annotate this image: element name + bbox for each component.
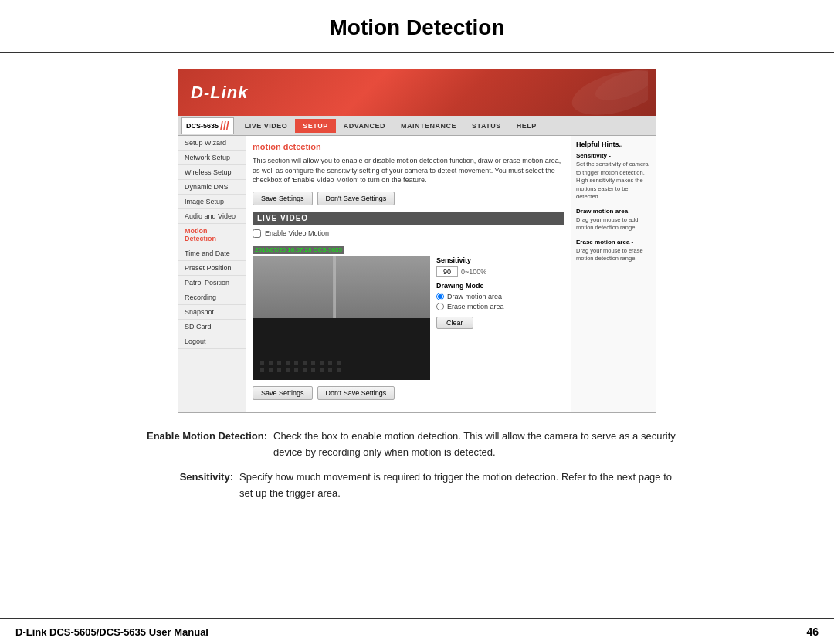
live-video-header: LIVE VIDEO xyxy=(253,212,564,225)
hint-draw: Draw motion area - Drag your mouse to ad… xyxy=(576,208,651,232)
video-sky-area xyxy=(253,256,430,318)
sidebar-item-dynamic-dns[interactable]: Dynamic DNS xyxy=(178,180,246,195)
sidebar-item-setup-wizard[interactable]: Setup Wizard xyxy=(178,136,246,151)
clear-button[interactable]: Clear xyxy=(436,317,473,329)
hint-sensitivity: Sensitivity - Set the sensitivity of cam… xyxy=(576,152,651,202)
enable-motion-label: Enable Video Motion xyxy=(265,229,329,237)
hints-panel: Helpful Hints.. Sensitivity - Set the se… xyxy=(571,136,656,412)
hint-erase: Erase motion area - Drag your mouse to e… xyxy=(576,239,651,263)
bottom-descriptions: Enable Motion Detection: Check the box t… xyxy=(70,413,764,527)
erase-motion-radio[interactable] xyxy=(436,303,444,310)
sidebar-item-sd-card[interactable]: SD Card xyxy=(178,320,246,334)
sidebar-item-network-setup[interactable]: Network Setup xyxy=(178,151,246,165)
hint-sensitivity-text: Set the sensitivity of camera to trigger… xyxy=(576,161,651,202)
dlink-swirl-icon xyxy=(540,69,648,116)
sidebar-item-patrol-position[interactable]: Patrol Position xyxy=(178,276,246,290)
hint-sensitivity-term: Sensitivity - xyxy=(576,152,651,159)
video-timestamp: 2010/07/20 16:07:28 DCS-5635 xyxy=(253,246,344,254)
sidebar-item-wireless-setup[interactable]: Wireless Setup xyxy=(178,165,246,180)
dlink-logo: D-Link xyxy=(191,83,248,103)
footer: D-Link DCS-5605/DCS-5635 User Manual 46 xyxy=(0,618,834,644)
nav-tab-advanced[interactable]: ADVANCED xyxy=(336,119,393,133)
sidebar-item-image-setup[interactable]: Image Setup xyxy=(178,195,246,209)
draw-motion-row: Draw motion area xyxy=(436,293,564,300)
video-wall-line2 xyxy=(334,256,336,318)
page-title: Motion Detection xyxy=(0,0,834,53)
sidebar-item-motion-detection[interactable]: Motion Detection xyxy=(178,224,246,246)
draw-motion-radio[interactable] xyxy=(436,293,444,300)
nav-tab-setup[interactable]: SETUP xyxy=(295,119,336,133)
top-btn-row: Save Settings Don't Save Settings xyxy=(253,192,564,205)
main-panel: motion detection This section will allow… xyxy=(246,136,571,412)
save-settings-button-top[interactable]: Save Settings xyxy=(253,192,313,205)
desc-label-sensitivity: Sensitivity: xyxy=(147,469,239,502)
sensitivity-row: 0~100% xyxy=(436,266,564,277)
bottom-btn-row: Save Settings Don't Save Settings xyxy=(253,386,564,400)
nav-tab-live-video[interactable]: LIVE VIDEO xyxy=(237,119,296,133)
erase-motion-row: Erase motion area xyxy=(436,303,564,310)
main-content: D-Link DCS-5635 /// LIVE VIDEO SETUP ADV… xyxy=(0,53,834,542)
dont-save-settings-button-top[interactable]: Don't Save Settings xyxy=(317,192,395,205)
hint-draw-term: Draw motion area - xyxy=(576,208,651,215)
draw-motion-label: Draw motion area xyxy=(447,293,502,300)
video-controls: Sensitivity 0~100% Drawing Mode Draw mot… xyxy=(436,256,564,380)
nav-tab-help[interactable]: HELP xyxy=(509,119,544,133)
nav-tab-maintenance[interactable]: MAINTENANCE xyxy=(393,119,464,133)
desc-text-sensitivity: Specify how much movement is required to… xyxy=(239,469,687,502)
video-dots-grid xyxy=(260,361,342,372)
nav-tab-status[interactable]: STATUS xyxy=(464,119,509,133)
sensitivity-range: 0~100% xyxy=(461,268,486,276)
sensitivity-label: Sensitivity xyxy=(436,256,564,264)
sensitivity-input[interactable] xyxy=(436,266,458,277)
video-feed xyxy=(253,256,430,380)
nav-model: DCS-5635 /// xyxy=(181,117,234,134)
section-description: This section will allow you to enable or… xyxy=(253,156,564,185)
dlink-header: D-Link xyxy=(178,69,656,116)
desc-text-enable: Check the box to enable motion detection… xyxy=(273,429,687,461)
sidebar-item-snapshot[interactable]: Snapshot xyxy=(178,305,246,320)
hints-title: Helpful Hints.. xyxy=(576,141,651,148)
desc-row-enable: Enable Motion Detection: Check the box t… xyxy=(147,429,687,461)
desc-label-enable: Enable Motion Detection: xyxy=(147,429,273,461)
footer-title: D-Link DCS-5605/DCS-5635 User Manual xyxy=(15,626,208,638)
sidebar-item-time-date[interactable]: Time and Date xyxy=(178,246,246,261)
sidebar-item-preset-position[interactable]: Preset Position xyxy=(178,261,246,276)
erase-motion-label: Erase motion area xyxy=(447,303,504,310)
nav-bar: DCS-5635 /// LIVE VIDEO SETUP ADVANCED M… xyxy=(178,116,656,136)
enable-motion-row: Enable Video Motion xyxy=(253,229,564,238)
hint-draw-text: Drag your mouse to add motion detection … xyxy=(576,216,651,232)
enable-video-motion-checkbox[interactable] xyxy=(253,229,261,238)
sidebar-item-audio-video[interactable]: Audio and Video xyxy=(178,209,246,224)
sidebar-item-recording[interactable]: Recording xyxy=(178,290,246,305)
section-title: motion detection xyxy=(253,142,564,151)
dont-save-settings-button-bottom[interactable]: Don't Save Settings xyxy=(317,386,395,400)
sidebar: Setup Wizard Network Setup Wireless Setu… xyxy=(178,136,246,412)
camera-ui: D-Link DCS-5635 /// LIVE VIDEO SETUP ADV… xyxy=(178,69,656,413)
sidebar-item-logout[interactable]: Logout xyxy=(178,334,246,349)
save-settings-button-bottom[interactable]: Save Settings xyxy=(253,386,313,400)
live-video-area: Sensitivity 0~100% Drawing Mode Draw mot… xyxy=(253,256,564,380)
nav-tabs: LIVE VIDEO SETUP ADVANCED MAINTENANCE ST… xyxy=(237,119,656,133)
desc-row-sensitivity: Sensitivity: Specify how much movement i… xyxy=(147,469,687,502)
footer-page: 46 xyxy=(806,625,819,638)
drawing-mode-label: Drawing Mode xyxy=(436,282,564,290)
hint-erase-text: Drag your mouse to erase motion detectio… xyxy=(576,247,651,263)
hint-erase-term: Erase motion area - xyxy=(576,239,651,246)
cam-body: Setup Wizard Network Setup Wireless Setu… xyxy=(178,136,656,412)
video-feed-inner xyxy=(253,256,430,380)
